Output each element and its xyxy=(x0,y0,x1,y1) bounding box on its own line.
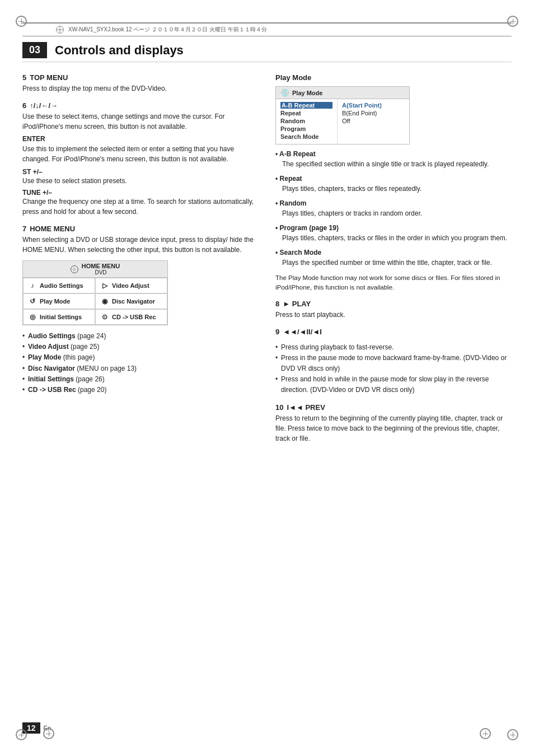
menu-item-disc-navigator[interactable]: ◉ Disc Navigator xyxy=(95,293,167,309)
section-6-symbol: ↑/↓/←/→ xyxy=(30,101,58,110)
rb-search-mode-title: • Search Mode xyxy=(275,249,512,256)
s9-bullet-2: Press in the pause mode to move backward… xyxy=(275,353,512,374)
rb-search-mode-body: Plays the specified number or time withi… xyxy=(275,258,512,268)
play-mode-note: The Play Mode function may not work for … xyxy=(275,273,512,293)
menu-item-video-adjust[interactable]: ▷ Video Adjust xyxy=(95,278,167,293)
rb-ab-repeat-title: • A-B Repeat xyxy=(275,150,512,158)
section-9: 9 ◄◄/◄II/◄I Press during playback to fas… xyxy=(275,328,512,396)
home-menu-bullet-list: Audio Settings (page 24) Video Adjust (p… xyxy=(22,331,259,395)
chapter-number: 03 xyxy=(22,42,47,58)
enter-body: Use this to implement the selected item … xyxy=(22,144,259,164)
enter-label: ENTER xyxy=(22,135,259,143)
tune-section: TUNE +/– Change the frequency one step a… xyxy=(22,188,259,217)
pm-program[interactable]: Program xyxy=(280,125,332,132)
st-label: ST +/– xyxy=(22,168,43,176)
play-mode-box: 💿 Play Mode A-B Repeat Repeat Random Pro… xyxy=(275,86,410,144)
menu-item-play-mode[interactable]: ↺ Play Mode xyxy=(23,293,95,309)
file-info-text: XW-NAV1_SYXJ.book 12 ページ ２０１０年４月２０日 火曜日 … xyxy=(68,26,267,34)
section-6-num: 6 xyxy=(22,101,26,110)
pm-ab-repeat[interactable]: A-B Repeat xyxy=(280,102,332,109)
section-6: 6 ↑/↓/←/→ Use these to select items, cha… xyxy=(22,101,259,217)
play-mode-icon: ↺ xyxy=(28,297,37,306)
rb-repeat-body: Plays titles, chapters, tracks or files … xyxy=(275,184,512,194)
play-mode-section-title: Play Mode xyxy=(275,73,512,82)
section-9-num: 9 xyxy=(275,328,279,336)
section-5-title: TOP MENU xyxy=(30,73,68,82)
menu-item-audio-label: Audio Settings xyxy=(40,282,83,289)
section-8-num: 8 xyxy=(275,300,279,308)
menu-item-initial-settings[interactable]: ◎ Initial Settings xyxy=(23,309,95,325)
corner-decor-tl xyxy=(16,16,27,27)
menu-item-video-label: Video Adjust xyxy=(112,282,149,289)
bullet-initial: Initial Settings (page 26) xyxy=(22,374,259,385)
menu-item-audio-settings[interactable]: ♪ Audio Settings xyxy=(23,278,95,293)
tune-label: TUNE +/– xyxy=(22,189,52,197)
audio-settings-icon: ♪ xyxy=(28,281,37,290)
rb-search-mode: • Search Mode Plays the specified number… xyxy=(275,249,512,268)
left-column: 5 TOP MENU Press to display the top menu… xyxy=(22,73,259,451)
tune-body: Change the frequency one step at a time.… xyxy=(22,197,259,217)
bullet-play-mode: Play Mode (this page) xyxy=(22,352,259,363)
section-10-num: 10 xyxy=(275,403,283,412)
section-10-body: Press to return to the beginning of the … xyxy=(275,413,512,444)
section-8-title: ► PLAY xyxy=(283,300,311,308)
section-7-body: When selecting a DVD or USB storage devi… xyxy=(22,235,259,255)
section-8-body: Press to start playback. xyxy=(275,310,512,320)
section-5: 5 TOP MENU Press to display the top menu… xyxy=(22,73,259,94)
bullet-video: Video Adjust (page 25) xyxy=(22,342,259,352)
initial-settings-icon: ◎ xyxy=(28,312,37,321)
section-7-num: 7 xyxy=(22,225,26,233)
rb-program: • Program (page 19) Plays titles, chapte… xyxy=(275,224,512,243)
chapter-title: Controls and displays xyxy=(55,43,184,58)
rb-program-title: • Program (page 19) xyxy=(275,224,512,232)
pm-off[interactable]: Off xyxy=(342,118,382,124)
st-body: Use these to select station presets. xyxy=(22,176,259,186)
menu-item-cd-usb-label: CD -> USB Rec xyxy=(112,314,156,320)
menu-box-title: ○ HOME MENU DVD xyxy=(23,261,167,278)
pm-random[interactable]: Random xyxy=(280,118,332,124)
section-8: 8 ► PLAY Press to start playback. xyxy=(275,300,512,320)
menu-grid: ♪ Audio Settings ▷ Video Adjust ↺ Play M… xyxy=(23,278,167,325)
corner-decor-br xyxy=(507,729,518,740)
section-10: 10 I◄◄ PREV Press to return to the begin… xyxy=(275,403,512,444)
crosshair-icon xyxy=(56,26,64,34)
corner-decor-tr xyxy=(507,16,518,27)
right-column: Play Mode 💿 Play Mode A-B Repeat Repeat … xyxy=(275,73,512,451)
play-mode-header: 💿 Play Mode xyxy=(276,87,409,99)
rb-random-title: • Random xyxy=(275,199,512,207)
corner-decor-bl xyxy=(16,729,27,740)
rb-program-body: Plays titles, chapters, tracks or files … xyxy=(275,233,512,243)
bullet-disc-nav: Disc Navigator (MENU on page 13) xyxy=(22,363,259,374)
pm-search-mode[interactable]: Search Mode xyxy=(280,133,332,140)
menu-icon-circle: ○ xyxy=(71,265,78,273)
menu-subtitle: DVD xyxy=(82,269,120,276)
home-menu-box: ○ HOME MENU DVD ♪ Audio Settings ▷ Video… xyxy=(22,260,168,325)
disc-navigator-icon: ◉ xyxy=(100,297,109,306)
play-mode-left-panel: A-B Repeat Repeat Random Program Search … xyxy=(276,99,338,144)
menu-item-initial-label: Initial Settings xyxy=(40,314,82,320)
cd-usb-icon: ⊙ xyxy=(100,312,109,321)
play-mode-content: A-B Repeat Repeat Random Program Search … xyxy=(276,99,409,144)
rb-repeat-title: • Repeat xyxy=(275,175,512,183)
main-content: 5 TOP MENU Press to display the top menu… xyxy=(22,62,512,451)
file-info-bar: XW-NAV1_SYXJ.book 12 ページ ２０１０年４月２０日 火曜日 … xyxy=(22,22,512,36)
pm-b-end[interactable]: B(End Point) xyxy=(342,110,382,116)
bullet-audio: Audio Settings (page 24) xyxy=(22,331,259,342)
section-9-title: ◄◄/◄II/◄I xyxy=(283,328,322,336)
bullet-cd-usb: CD -> USB Rec (page 20) xyxy=(22,385,259,395)
chapter-header: 03 Controls and displays xyxy=(22,42,512,62)
section-6-body: Use these to select items, change settin… xyxy=(22,111,259,132)
corner-decor-bc-r xyxy=(480,728,491,739)
menu-item-disc-label: Disc Navigator xyxy=(112,298,155,305)
play-mode-right-panel: A(Start Point) B(End Point) Off xyxy=(338,99,386,144)
menu-item-cd-usb[interactable]: ⊙ CD -> USB Rec xyxy=(95,309,167,325)
pm-a-start[interactable]: A(Start Point) xyxy=(342,102,382,109)
s9-bullet-3: Press and hold in while in the pause mod… xyxy=(275,374,512,395)
menu-item-play-label: Play Mode xyxy=(40,298,70,305)
rb-random: • Random Plays titles, chapters or track… xyxy=(275,199,512,218)
video-adjust-icon: ▷ xyxy=(100,281,109,290)
corner-decor-bc-l xyxy=(43,728,54,739)
pm-repeat[interactable]: Repeat xyxy=(280,110,332,116)
section-7-title: HOME MENU xyxy=(30,225,75,233)
s9-bullet-1: Press during playback to fast-reverse. xyxy=(275,342,512,353)
